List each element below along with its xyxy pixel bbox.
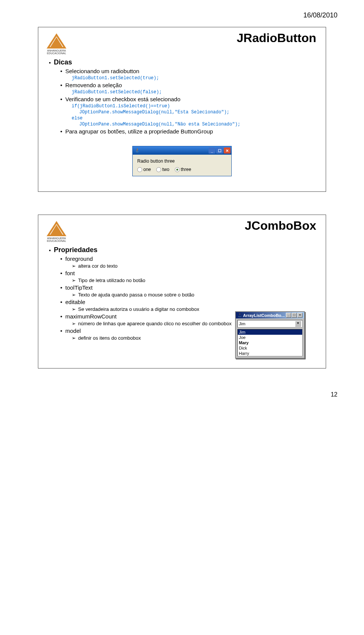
- dropdown-icon[interactable]: ▼: [295, 321, 301, 327]
- combobox-example-window: ArrayListComboBo... _ □ × Jim ▼ Jim Joe …: [235, 311, 305, 359]
- list-item[interactable]: Dick: [238, 345, 302, 351]
- radio-three[interactable]: three: [175, 167, 191, 172]
- bullet-removendo: Removendo a seleção: [60, 82, 319, 88]
- anhanguera-logo: ANHANGUERA EDUCACIONAL: [45, 220, 68, 242]
- minimize-icon[interactable]: _: [209, 147, 215, 154]
- window-titlebar: ArrayListComboBo... _ □ ×: [236, 312, 304, 318]
- logo-text: ANHANGUERA EDUCACIONAL: [45, 49, 68, 55]
- maximize-icon[interactable]: ☐: [216, 147, 223, 154]
- maximize-icon[interactable]: □: [292, 313, 297, 318]
- code-setselected-false: jRadioButton1.setSelected(false);: [72, 89, 319, 95]
- anhanguera-logo: ANHANGUERA EDUCACIONAL: [45, 32, 68, 55]
- radio-two[interactable]: two: [156, 167, 169, 172]
- code-elsebody: JOptionPane.showMessageDialog(null,"Não …: [79, 122, 319, 127]
- list-item[interactable]: Harry: [238, 351, 302, 356]
- radio-three-label: three: [181, 167, 191, 172]
- java-icon: [134, 147, 140, 154]
- radio-label: Radio button three: [137, 158, 227, 164]
- desc-tooltiptext: Texto de ajuda quando passa o mouse sobr…: [72, 292, 319, 298]
- bullet-editable: editable: [60, 299, 319, 305]
- window-title: ArrayListComboBo...: [243, 313, 285, 318]
- desc-font: Tipo de letra utilizado no botão: [72, 278, 319, 283]
- page-number: 12: [23, 391, 341, 398]
- heading-propriedades: Propriedades: [49, 246, 319, 254]
- heading-dicas: Dicas: [49, 58, 319, 66]
- slide-jcombobox: ANHANGUERA EDUCACIONAL JComboBox Proprie…: [38, 215, 326, 368]
- logo-text: ANHANGUERA EDUCACIONAL: [45, 237, 68, 242]
- slide-title: JComboBox: [245, 219, 316, 233]
- java-icon: [237, 313, 242, 318]
- radio-one[interactable]: one: [137, 167, 151, 172]
- slide-title: JRadioButton: [237, 31, 316, 45]
- code-else: else: [72, 116, 319, 121]
- bullet-buttongroup: Para agrupar os botões, utilize a propri…: [60, 128, 319, 135]
- page-date: 16/08/2010: [23, 11, 341, 19]
- list-item[interactable]: Mary: [238, 340, 302, 345]
- list-item[interactable]: Joe: [238, 335, 302, 340]
- radio-one-label: one: [143, 167, 151, 172]
- combobox-field[interactable]: Jim ▼: [237, 320, 303, 328]
- close-icon[interactable]: ×: [297, 313, 303, 318]
- bullet-font: font: [60, 270, 319, 276]
- minimize-icon[interactable]: _: [286, 313, 291, 318]
- window-titlebar: _ ☐ ✕: [133, 146, 231, 155]
- desc-foreground: altera cor do texto: [72, 263, 319, 269]
- list-item[interactable]: Jim: [238, 329, 302, 335]
- combobox-list: Jim Joe Mary Dick Harry: [237, 329, 303, 356]
- bullet-selecionando: Selecionando um radiobutton: [60, 68, 319, 74]
- code-setselected-true: jRadioButton1.setSelected(true);: [72, 75, 319, 81]
- bullet-verificando: Verificando se um checkbox está selecion…: [60, 96, 319, 102]
- example-window: _ ☐ ✕ Radio button three one two three: [132, 146, 232, 176]
- close-icon[interactable]: ✕: [224, 147, 231, 154]
- combobox-selected: Jim: [239, 321, 245, 326]
- code-then: JOptionPane.showMessageDialog(null,"Esta…: [79, 110, 319, 115]
- radio-two-label: two: [162, 167, 169, 172]
- bullet-tooltiptext: toolTipText: [60, 284, 319, 291]
- slide-jradiobutton: ANHANGUERA EDUCACIONAL JRadioButton Dica…: [38, 27, 326, 192]
- bullet-foreground: foreground: [60, 256, 319, 262]
- code-if: if(jRadioButton1.isSelected()==true): [72, 103, 319, 109]
